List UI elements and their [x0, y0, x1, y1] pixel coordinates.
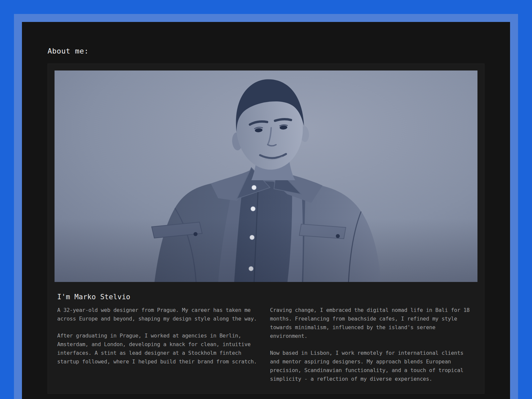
bio-columns: A 32-year-old web designer from Prague. …: [57, 306, 475, 383]
bio-column-left: A 32-year-old web designer from Prague. …: [57, 306, 262, 383]
about-section-panel: I'm Marko Stelvio A 32-year-old web desi…: [48, 64, 484, 394]
page-title: About me:: [48, 47, 484, 56]
portrait-illustration: [55, 70, 477, 282]
bio-paragraph: After graduating in Prague, I worked at …: [57, 332, 262, 366]
bio-paragraph: Now based in Lisbon, I work remotely for…: [270, 349, 475, 383]
bio-paragraph: Craving change, I embraced the digital n…: [270, 306, 475, 340]
desktop-background: About me:: [0, 0, 532, 399]
bio-text-block: I'm Marko Stelvio A 32-year-old web desi…: [55, 293, 477, 383]
bio-column-right: Craving change, I embraced the digital n…: [270, 306, 475, 383]
window-frame: About me:: [14, 14, 518, 399]
profile-photo: [55, 70, 477, 282]
about-page: About me:: [22, 22, 510, 399]
bio-paragraph: A 32-year-old web designer from Prague. …: [57, 306, 262, 323]
name-heading: I'm Marko Stelvio: [57, 293, 475, 301]
